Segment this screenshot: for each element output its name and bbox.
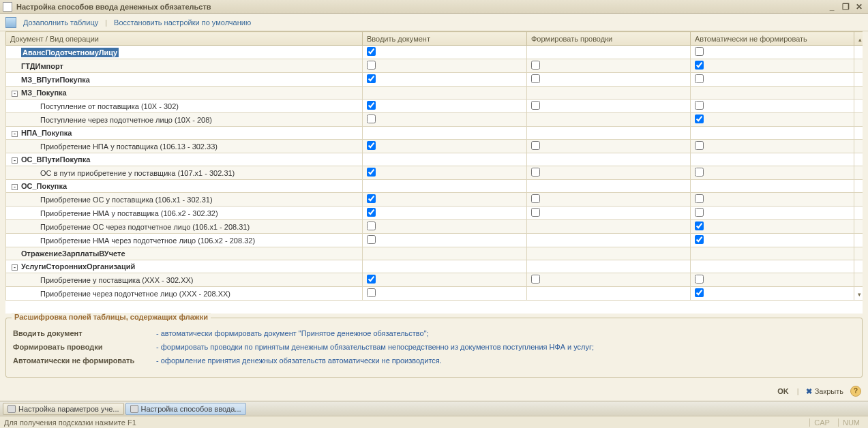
checkbox-c2[interactable] xyxy=(531,194,540,203)
checkbox-c3[interactable] xyxy=(695,114,704,123)
expand-toggle[interactable]: - xyxy=(12,184,18,190)
minimize-button[interactable]: _ xyxy=(826,2,838,12)
table-row[interactable]: -УслугиСтороннихОрганизаций xyxy=(6,260,863,273)
ok-button[interactable]: OK xyxy=(772,386,794,397)
row-label: ГТДИмпорт xyxy=(21,62,63,70)
taskbar-item-params[interactable]: Настройка параметров уче... xyxy=(3,403,124,415)
checkbox-c3[interactable] xyxy=(695,61,704,70)
table-row[interactable]: Приобретение НМА через подотчетное лицо … xyxy=(6,234,863,247)
table-row[interactable]: АвансПодотчетномуЛицу xyxy=(6,46,863,59)
toolbar-icon[interactable] xyxy=(5,17,16,28)
checkbox-c2[interactable] xyxy=(531,74,540,83)
scrollbar-track[interactable] xyxy=(854,87,863,100)
checkbox-c1[interactable] xyxy=(367,288,376,297)
checkbox-c1[interactable] xyxy=(367,74,376,83)
checkbox-c2[interactable] xyxy=(531,275,540,284)
scrollbar-track[interactable] xyxy=(854,113,863,127)
col-form-entries-header[interactable]: Формировать проводки xyxy=(527,32,691,46)
checkbox-c3[interactable] xyxy=(695,194,704,203)
table-row[interactable]: ГТДИмпорт xyxy=(6,59,863,73)
checkbox-c3[interactable] xyxy=(695,168,704,177)
scrollbar-track[interactable] xyxy=(854,59,863,73)
scrollbar-up[interactable]: ▴ xyxy=(854,32,863,46)
scrollbar-track[interactable] xyxy=(854,180,863,193)
checkbox-c3[interactable] xyxy=(695,101,704,110)
table-row[interactable]: Приобретение у поставщика (XXX - 302.XX) xyxy=(6,273,863,287)
checkbox-c1[interactable] xyxy=(367,168,376,177)
scrollbar-track[interactable] xyxy=(854,166,863,180)
restore-button[interactable]: ❐ xyxy=(839,2,852,12)
scrollbar-track[interactable] xyxy=(854,207,863,220)
expand-toggle[interactable]: - xyxy=(12,264,18,271)
table-row[interactable]: -ОС_ВПутиПокупка xyxy=(6,153,863,166)
window-title: Настройка способов ввода денежных обязат… xyxy=(16,3,826,11)
fill-table-button[interactable]: Дозаполнить таблицу xyxy=(19,18,102,27)
table-row[interactable]: -МЗ_Покупка xyxy=(6,87,863,100)
scrollbar-track[interactable] xyxy=(854,153,863,166)
checkbox-c3[interactable] xyxy=(695,221,704,230)
table-row[interactable]: Приобретение ОС у поставщика (106.x1 - 3… xyxy=(6,193,863,207)
expand-toggle[interactable]: - xyxy=(12,91,18,97)
table-row[interactable]: Приобретение НПА у поставщика (106.13 - … xyxy=(6,140,863,153)
settings-grid[interactable]: Документ / Вид операции Вводить документ… xyxy=(5,31,863,301)
scrollbar-track[interactable] xyxy=(854,247,863,260)
table-row[interactable]: -НПА_Покупка xyxy=(6,127,863,140)
reset-defaults-button[interactable]: Восстановить настройки по умолчанию xyxy=(110,18,255,27)
table-row[interactable]: Приобретение ОС через подотчетное лицо (… xyxy=(6,220,863,234)
checkbox-c3[interactable] xyxy=(695,208,704,217)
col-auto-none-header[interactable]: Автоматически не формировать xyxy=(691,32,854,46)
table-row[interactable]: Приобретение НМА у поставщика (106.x2 - … xyxy=(6,207,863,220)
scrollbar-track[interactable] xyxy=(854,100,863,113)
scrollbar-track[interactable] xyxy=(854,73,863,87)
taskbar-item-methods[interactable]: Настройка способов ввода... xyxy=(125,403,246,415)
col-input-doc-header[interactable]: Вводить документ xyxy=(363,32,527,46)
checkbox-c1[interactable] xyxy=(367,101,376,110)
checkbox-c2[interactable] xyxy=(531,101,540,110)
checkbox-c1[interactable] xyxy=(367,235,376,244)
scrollbar-track[interactable] xyxy=(854,234,863,247)
checkbox-c1[interactable] xyxy=(367,114,376,123)
table-row[interactable]: -ОС_Покупка xyxy=(6,180,863,193)
scrollbar-track[interactable] xyxy=(854,127,863,140)
scrollbar-track[interactable] xyxy=(854,220,863,234)
checkbox-c3[interactable] xyxy=(695,288,704,297)
row-label: Приобретение через подотчетное лицо (XXX… xyxy=(6,287,363,301)
checkbox-c1[interactable] xyxy=(367,221,376,230)
help-icon[interactable]: ? xyxy=(850,386,861,397)
checkbox-c3[interactable] xyxy=(695,74,704,83)
table-row[interactable]: ОС в пути приобретение у поставщика (107… xyxy=(6,166,863,180)
checkbox-c2[interactable] xyxy=(531,61,540,70)
scrollbar-track[interactable] xyxy=(854,193,863,207)
table-row[interactable]: Приобретение через подотчетное лицо (XXX… xyxy=(6,287,863,301)
checkbox-c1[interactable] xyxy=(367,208,376,217)
expand-toggle[interactable]: - xyxy=(12,157,18,164)
checkbox-c1[interactable] xyxy=(367,275,376,284)
checkbox-c3[interactable] xyxy=(695,235,704,244)
checkbox-c1[interactable] xyxy=(367,47,376,56)
expand-toggle[interactable]: - xyxy=(12,131,18,137)
checkbox-c1[interactable] xyxy=(367,141,376,150)
table-row[interactable]: Поступление через подотчетное лицо (10X … xyxy=(6,113,863,127)
close-button[interactable]: ✖ Закрыть xyxy=(802,386,848,397)
checkbox-c3[interactable] xyxy=(695,275,704,284)
row-label: Поступление через подотчетное лицо (10X … xyxy=(6,113,363,127)
checkbox-c2[interactable] xyxy=(531,168,540,177)
scrollbar-track[interactable] xyxy=(854,260,863,273)
checkbox-c2[interactable] xyxy=(531,141,540,150)
scrollbar-track[interactable] xyxy=(854,140,863,153)
table-row[interactable]: ОтражениеЗарплатыВУчете xyxy=(6,247,863,260)
col-doc-header[interactable]: Документ / Вид операции xyxy=(6,32,363,46)
checkbox-c1[interactable] xyxy=(367,61,376,70)
close-window-button[interactable]: ✕ xyxy=(853,2,865,12)
checkbox-c3[interactable] xyxy=(695,47,704,56)
table-row[interactable]: Поступление от поставщика (10X - 302) xyxy=(6,100,863,113)
scrollbar-track[interactable] xyxy=(854,46,863,59)
row-label: Приобретение ОС через подотчетное лицо (… xyxy=(6,220,363,234)
checkbox-c3[interactable] xyxy=(695,141,704,150)
row-label: НПА_Покупка xyxy=(21,129,72,137)
scrollbar-track[interactable] xyxy=(854,273,863,287)
checkbox-c2[interactable] xyxy=(531,208,540,217)
table-row[interactable]: МЗ_ВПутиПокупка xyxy=(6,73,863,87)
checkbox-c1[interactable] xyxy=(367,194,376,203)
scrollbar-down[interactable]: ▾ xyxy=(854,287,863,301)
